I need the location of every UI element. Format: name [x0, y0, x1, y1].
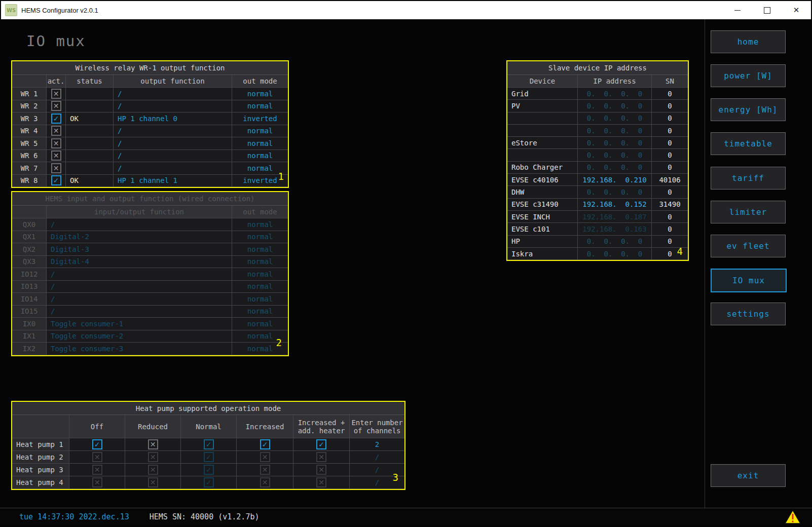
checkbox-on[interactable]: ✓	[316, 439, 326, 449]
checkbox-on[interactable]: ✓	[92, 439, 102, 449]
row-label: QX3	[12, 256, 47, 268]
act-checkbox-cell[interactable]: ✕	[47, 150, 66, 162]
channels-cell[interactable]: 2	[350, 438, 404, 450]
column-header: SN	[652, 75, 688, 87]
mode-checkbox-cell[interactable]: ✓	[181, 438, 237, 450]
ip-address-cell[interactable]: 0. 0. 0. 0	[578, 162, 652, 173]
table-title: Heat pump supported operation mode	[12, 402, 404, 415]
ip-address-cell[interactable]: 0. 0. 0. 0	[578, 149, 652, 161]
column-header	[12, 75, 47, 87]
mode-checkbox-cell[interactable]: ✓	[69, 438, 125, 450]
table-header: act.statusoutput functionout mode	[12, 75, 288, 88]
ip-address-cell[interactable]: 192.168. 0.152	[578, 199, 652, 210]
ip-address-cell[interactable]: 0. 0. 0. 0	[578, 236, 652, 247]
checkbox-x[interactable]: ✕	[51, 101, 61, 111]
status-cell	[66, 100, 114, 112]
sn-cell[interactable]: 0	[652, 137, 688, 148]
sn-cell[interactable]: 0	[652, 186, 688, 198]
close-button[interactable]: ✕	[782, 1, 811, 19]
row-label: Heat pump 4	[12, 476, 69, 488]
sidebar-item-tariff[interactable]: tariff	[711, 167, 786, 190]
checkbox-on[interactable]: ✓	[51, 175, 61, 185]
output-function-cell[interactable]: /	[114, 88, 232, 100]
out-mode-cell[interactable]: normal	[232, 88, 288, 100]
ip-address-cell[interactable]: 0. 0. 0. 0	[578, 125, 652, 136]
maximize-button[interactable]	[752, 1, 782, 19]
output-function-cell[interactable]: /	[114, 150, 232, 162]
sidebar-item-limiter[interactable]: limiter	[711, 201, 786, 223]
ip-address-cell[interactable]: 0. 0. 0. 0	[578, 100, 652, 111]
out-mode-cell[interactable]: inverted	[232, 112, 288, 125]
sidebar-item-timetable[interactable]: timetable	[711, 132, 786, 155]
sn-cell[interactable]: 0	[652, 162, 688, 173]
checkbox-x-dim: ✕	[260, 452, 270, 462]
sidebar-item-settings[interactable]: settings	[711, 303, 786, 325]
act-checkbox-cell[interactable]: ✕	[47, 88, 66, 100]
ip-address-cell[interactable]: 0. 0. 0. 0	[578, 137, 652, 148]
mode-checkbox-cell: ✓	[181, 464, 237, 476]
callout-number: 4	[677, 246, 683, 257]
checkbox-x[interactable]: ✕	[51, 150, 61, 161]
output-function-cell[interactable]: HP 1 channel 0	[114, 112, 232, 125]
act-checkbox-cell[interactable]: ✕	[47, 162, 66, 174]
sn-cell[interactable]: 40106	[652, 174, 688, 185]
act-checkbox-cell[interactable]: ✓	[47, 112, 66, 125]
ip-address-cell[interactable]: 192.168. 0.210	[578, 174, 652, 185]
checkbox-x[interactable]: ✕	[51, 126, 61, 136]
out-mode-cell[interactable]: normal	[232, 150, 288, 162]
device-name-cell	[507, 149, 578, 161]
out-mode-cell[interactable]: normal	[232, 137, 288, 149]
sidebar-item-power-w[interactable]: power [W]	[711, 64, 786, 87]
checkbox-x[interactable]: ✕	[148, 439, 158, 449]
ip-address-cell[interactable]: 192.168. 0.163	[578, 223, 652, 235]
act-checkbox-cell[interactable]: ✓	[47, 175, 66, 187]
output-function-cell[interactable]: /	[114, 137, 232, 149]
act-checkbox-cell[interactable]: ✕	[47, 125, 66, 137]
output-function-cell[interactable]: /	[114, 125, 232, 137]
ip-address-cell[interactable]: 0. 0. 0. 0	[578, 88, 652, 99]
mode-checkbox-cell: ✕	[69, 464, 125, 476]
output-function-cell[interactable]: HP 1 channel 1	[114, 175, 232, 187]
mode-checkbox-cell[interactable]: ✓	[237, 438, 293, 450]
sn-cell[interactable]: 0	[652, 88, 688, 99]
mode-checkbox-cell[interactable]: ✕	[125, 438, 181, 450]
sidebar-item-home[interactable]: home	[711, 30, 786, 53]
act-checkbox-cell[interactable]: ✕	[47, 137, 66, 149]
checkbox-x[interactable]: ✕	[51, 89, 61, 99]
sidebar-item-ev-fleet[interactable]: ev fleet	[711, 235, 786, 257]
io-function-cell: Digital-4	[47, 256, 232, 268]
status-cell	[66, 162, 114, 174]
checkbox-x[interactable]: ✕	[51, 138, 61, 148]
out-mode-cell[interactable]: normal	[232, 125, 288, 137]
checkbox-x-dim: ✕	[316, 465, 326, 475]
out-mode-cell[interactable]: normal	[232, 100, 288, 112]
sidebar-item-io-mux[interactable]: IO mux	[711, 269, 787, 292]
checkbox-on-dim: ✓	[204, 465, 214, 475]
act-checkbox-cell[interactable]: ✕	[47, 100, 66, 112]
exit-button[interactable]: exit	[711, 464, 786, 487]
sn-cell[interactable]: 0	[652, 149, 688, 161]
row-label: Heat pump 1	[12, 438, 69, 450]
output-function-cell[interactable]: /	[114, 162, 232, 174]
sn-cell[interactable]: 31490	[652, 199, 688, 210]
minimize-button[interactable]	[723, 1, 752, 19]
ip-address-cell[interactable]: 0. 0. 0. 0	[578, 186, 652, 198]
wireless-relay-table: Wireless relay WR-1 output functionact.s…	[11, 60, 289, 188]
ip-address-cell[interactable]: 192.168. 0.187	[578, 211, 652, 222]
ip-address-cell[interactable]: 0. 0. 0. 0	[578, 248, 652, 259]
sidebar-item-energy-wh[interactable]: energy [Wh]	[711, 98, 786, 121]
sn-cell[interactable]: 0	[652, 112, 688, 124]
checkbox-on[interactable]: ✓	[51, 114, 61, 124]
sn-cell[interactable]: 0	[652, 125, 688, 136]
sn-cell[interactable]: 0	[652, 223, 688, 235]
checkbox-on-mid[interactable]: ✓	[204, 439, 214, 449]
ip-address-cell[interactable]: 0. 0. 0. 0	[578, 112, 652, 124]
checkbox-on[interactable]: ✓	[260, 439, 270, 449]
out-mode-cell: normal	[232, 293, 288, 305]
sn-cell[interactable]: 0	[652, 100, 688, 111]
sn-cell[interactable]: 0	[652, 211, 688, 222]
output-function-cell[interactable]: /	[114, 100, 232, 112]
mode-checkbox-cell[interactable]: ✓	[293, 438, 350, 450]
checkbox-x[interactable]: ✕	[51, 163, 61, 173]
column-header	[12, 206, 47, 218]
